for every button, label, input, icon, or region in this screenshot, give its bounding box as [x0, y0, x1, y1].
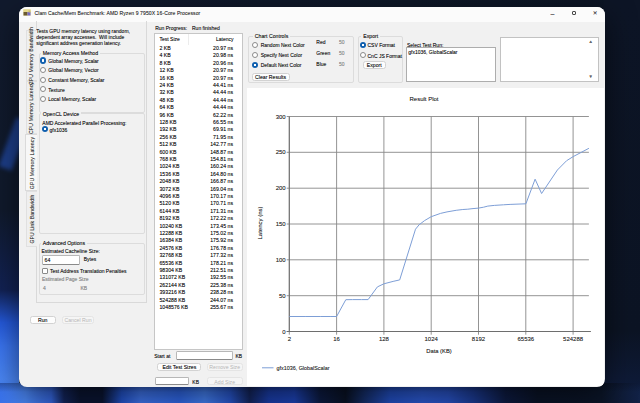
- svg-text:150: 150: [276, 221, 287, 227]
- svg-text:8192: 8192: [472, 335, 486, 341]
- svg-text:Result Plot: Result Plot: [409, 96, 438, 102]
- svg-text:16: 16: [333, 335, 340, 341]
- svg-text:65536: 65536: [517, 335, 534, 341]
- svg-text:250: 250: [276, 149, 287, 155]
- svg-text:300: 300: [276, 113, 287, 119]
- svg-text:1024: 1024: [425, 335, 439, 341]
- svg-text:100: 100: [276, 256, 287, 262]
- svg-text:Data (KB): Data (KB): [426, 348, 452, 354]
- svg-text:gfx1036, GlobalScalar: gfx1036, GlobalScalar: [277, 365, 330, 371]
- svg-text:200: 200: [276, 185, 287, 191]
- svg-text:524288: 524288: [563, 335, 584, 341]
- svg-text:128: 128: [379, 335, 390, 341]
- svg-text:Latency (ns): Latency (ns): [257, 206, 263, 239]
- svg-text:50: 50: [279, 292, 286, 298]
